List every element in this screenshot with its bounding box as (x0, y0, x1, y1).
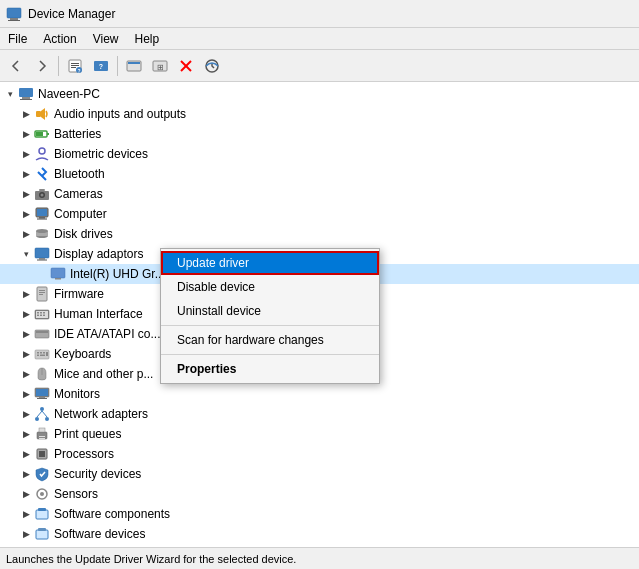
svg-rect-18 (19, 88, 33, 97)
svg-text:?: ? (99, 63, 103, 70)
svg-rect-83 (36, 530, 48, 539)
svg-line-72 (42, 411, 47, 417)
tree-item-sw-devices[interactable]: ▶ Software devices (0, 524, 639, 544)
sw-components-icon (34, 506, 50, 522)
svg-rect-33 (37, 219, 47, 220)
tree-item-cameras[interactable]: ▶ Cameras (0, 184, 639, 204)
remove-button[interactable] (174, 54, 198, 78)
tree-item-bluetooth[interactable]: ▶ Bluetooth (0, 164, 639, 184)
forward-button[interactable] (30, 54, 54, 78)
tree-item-sw-components[interactable]: ▶ Software components (0, 504, 639, 524)
svg-rect-38 (39, 258, 45, 260)
expand-biometric: ▶ (18, 146, 34, 162)
tree-item-monitors[interactable]: ▶ Monitors (0, 384, 639, 404)
expand-sw-components: ▶ (18, 506, 34, 522)
ctx-scan-hardware[interactable]: Scan for hardware changes (161, 328, 379, 352)
svg-rect-66 (39, 397, 45, 398)
tree-item-disk[interactable]: ▶ Disk drives (0, 224, 639, 244)
svg-rect-75 (39, 436, 45, 437)
expand-computer: ▶ (18, 206, 34, 222)
svg-rect-41 (55, 278, 61, 280)
svg-rect-21 (36, 111, 41, 117)
menu-help[interactable]: Help (127, 30, 168, 47)
svg-rect-81 (36, 510, 48, 519)
update-button[interactable]: ⊞ (148, 54, 172, 78)
root-label: Naveen-PC (38, 87, 100, 101)
tree-item-sound[interactable]: ▶ Sound, video and game controllers (0, 544, 639, 547)
expand-disk: ▶ (18, 226, 34, 242)
ide-icon (34, 326, 50, 342)
svg-point-68 (40, 407, 44, 411)
svg-rect-67 (37, 398, 47, 399)
scan-button[interactable] (200, 54, 224, 78)
tree-item-computer[interactable]: ▶ Computer (0, 204, 639, 224)
menu-view[interactable]: View (85, 30, 127, 47)
keyboard-icon (34, 346, 50, 362)
svg-rect-62 (46, 352, 48, 356)
tree-item-sensors[interactable]: ▶ Sensors (0, 484, 639, 504)
svg-point-69 (35, 417, 39, 421)
svg-rect-5 (71, 65, 79, 66)
disk-icon (34, 226, 50, 242)
svg-rect-51 (37, 315, 39, 317)
show-button[interactable] (122, 54, 146, 78)
tree-root[interactable]: ▾ Naveen-PC (0, 84, 639, 104)
expand-display: ▾ (18, 246, 34, 262)
svg-rect-52 (40, 315, 42, 317)
svg-rect-57 (37, 352, 39, 354)
window-title: Device Manager (28, 7, 115, 21)
tree-item-print[interactable]: ▶ Print queues (0, 424, 639, 444)
network-label: Network adapters (54, 407, 148, 421)
svg-point-80 (40, 492, 44, 496)
tree-item-network[interactable]: ▶ Network adapters (0, 404, 639, 424)
help-button[interactable]: ? (89, 54, 113, 78)
monitors-label: Monitors (54, 387, 100, 401)
expand-monitors: ▶ (18, 386, 34, 402)
ctx-sep-2 (161, 354, 379, 355)
svg-rect-1 (10, 18, 18, 20)
bluetooth-label: Bluetooth (54, 167, 105, 181)
svg-rect-48 (37, 312, 39, 314)
svg-rect-74 (39, 428, 45, 432)
ctx-disable-device[interactable]: Disable device (161, 275, 379, 299)
camera-icon (34, 186, 50, 202)
tree-item-batteries[interactable]: ▶ Batteries (0, 124, 639, 144)
svg-rect-29 (39, 189, 45, 191)
processor-icon (34, 446, 50, 462)
expand-bluetooth: ▶ (18, 166, 34, 182)
svg-rect-45 (39, 294, 43, 295)
ctx-uninstall-device[interactable]: Uninstall device (161, 299, 379, 323)
human-label: Human Interface (54, 307, 143, 321)
properties-button[interactable]: ? (63, 54, 87, 78)
menu-file[interactable]: File (0, 30, 35, 47)
toolbar-sep-1 (58, 56, 59, 76)
svg-rect-55 (36, 331, 48, 333)
tree-item-security[interactable]: ▶ Security devices (0, 464, 639, 484)
tree-item-audio[interactable]: ▶ Audio inputs and outputs (0, 104, 639, 124)
display-icon (34, 246, 50, 262)
computer-icon (18, 86, 34, 102)
human-icon (34, 306, 50, 322)
svg-rect-4 (71, 63, 79, 64)
tree-item-biometric[interactable]: ▶ Biometric devices (0, 144, 639, 164)
menu-action[interactable]: Action (35, 30, 84, 47)
tree-item-processors[interactable]: ▶ Processors (0, 444, 639, 464)
print-label: Print queues (54, 427, 121, 441)
ctx-properties[interactable]: Properties (161, 357, 379, 381)
svg-point-28 (41, 194, 44, 197)
print-icon (34, 426, 50, 442)
ctx-update-driver[interactable]: Update driver (161, 251, 379, 275)
mouse-icon (34, 366, 50, 382)
firmware-icon (34, 286, 50, 302)
app-icon (6, 6, 22, 22)
firmware-label: Firmware (54, 287, 104, 301)
svg-point-36 (36, 229, 48, 233)
svg-rect-60 (37, 355, 39, 357)
svg-rect-53 (43, 315, 45, 317)
back-button[interactable] (4, 54, 28, 78)
svg-rect-82 (38, 508, 46, 511)
sound-icon (34, 546, 50, 547)
expand-ide: ▶ (18, 326, 34, 342)
svg-rect-23 (47, 133, 49, 135)
svg-line-71 (37, 411, 42, 417)
